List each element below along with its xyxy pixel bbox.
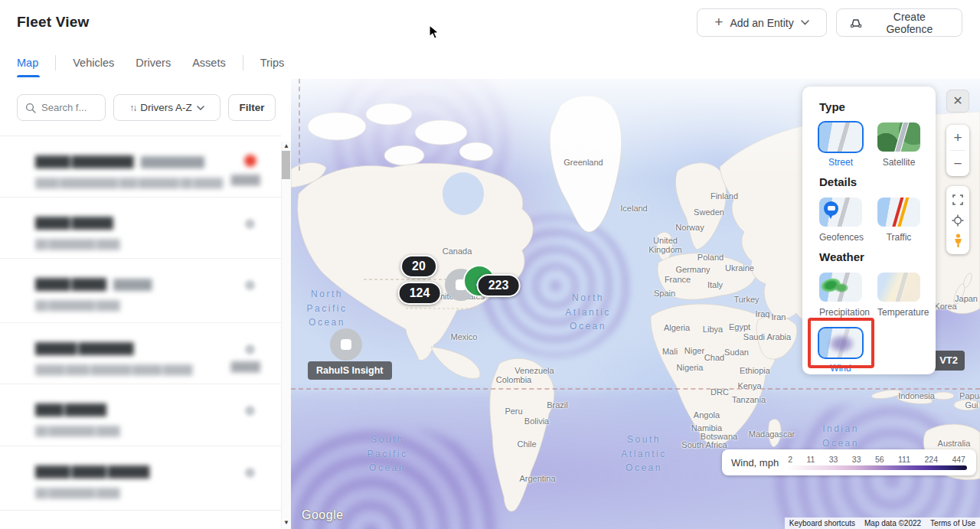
- cluster-marker[interactable]: 124: [398, 282, 442, 305]
- tab-vehicles[interactable]: Vehicles: [62, 54, 125, 72]
- fullscreen-icon: [952, 194, 963, 205]
- legend-tick: 56: [875, 455, 884, 464]
- driver-list: █████ ███████████████████████ ██████████…: [0, 136, 281, 529]
- map-utility-controls: [946, 186, 969, 254]
- satellite-thumbnail: [877, 122, 920, 152]
- marker-label[interactable]: RahulS Insight: [308, 361, 392, 380]
- status-icon: [245, 468, 255, 478]
- filter-button[interactable]: Filter: [228, 94, 276, 121]
- app-header: Fleet View + Add an Entity Create Geofen…: [0, 0, 980, 79]
- legend-tick: 33: [852, 455, 861, 464]
- wind-legend-ticks: 211333356111224447: [786, 455, 967, 464]
- keyboard-shortcuts-link[interactable]: Keyboard shortcuts: [785, 518, 860, 529]
- legend-tick: 447: [952, 455, 965, 464]
- precipitation-label: Precipitation: [819, 307, 862, 318]
- driver-name: █████ ██████: [35, 217, 113, 229]
- wind-legend: Wind, mph 211333356111224447: [722, 449, 976, 475]
- sidebar-controls: ↑↓ Drivers A-Z Filter: [17, 94, 276, 121]
- traffic-thumbnail: [877, 198, 920, 227]
- road-graphic: [891, 122, 910, 152]
- search-icon: [25, 103, 36, 113]
- search-input[interactable]: [41, 102, 95, 113]
- create-geofence-button[interactable]: Create Geofence: [836, 8, 962, 37]
- scrollbar-thumb[interactable]: [282, 151, 290, 179]
- driver-right-meta: █████: [230, 361, 260, 372]
- tab-trips[interactable]: Trips: [250, 54, 296, 72]
- layer-option-precipitation[interactable]: Precipitation: [819, 273, 862, 318]
- chevron-down-icon: [801, 20, 809, 25]
- tab-drivers[interactable]: Drivers: [125, 54, 181, 72]
- geofence-pin-icon: [824, 201, 838, 216]
- layer-option-street[interactable]: Street: [819, 122, 862, 168]
- details-options: Geofences Traffic: [819, 198, 936, 243]
- add-entity-label: Add an Entity: [730, 17, 793, 29]
- close-panel-button[interactable]: ✕: [946, 90, 969, 113]
- geofences-thumbnail: [819, 198, 862, 227]
- zoom-in-button[interactable]: +: [946, 125, 969, 150]
- status-icon: [245, 219, 255, 229]
- street-thumbnail: [819, 122, 862, 152]
- geofences-label: Geofences: [819, 232, 862, 243]
- tab-assets[interactable]: Assets: [181, 54, 237, 72]
- scrollbar-down-arrow[interactable]: ▼: [283, 519, 290, 526]
- details-section-title: Details: [819, 175, 936, 188]
- type-options: Street Satellite: [819, 122, 936, 168]
- temperature-thumbnail: [877, 273, 920, 302]
- tab-map[interactable]: Map: [17, 54, 49, 72]
- layer-option-temperature[interactable]: Temperature: [877, 273, 920, 318]
- driver-list-item[interactable]: █████ ████████ ████████ ████: [0, 198, 281, 259]
- wind-blob: [828, 335, 854, 353]
- sort-dropdown[interactable]: ↑↓ Drivers A-Z: [113, 94, 220, 121]
- scrollbar-track[interactable]: [281, 142, 291, 529]
- fullscreen-button[interactable]: [946, 189, 969, 210]
- type-section-title: Type: [819, 100, 936, 113]
- satellite-label: Satellite: [877, 157, 920, 168]
- map-data-copyright: Map data ©2022: [860, 518, 926, 529]
- wind-thumbnail: [819, 328, 862, 358]
- vehicle-marker[interactable]: [330, 328, 362, 361]
- sort-arrows-icon: ↑↓: [129, 103, 136, 113]
- zoom-controls: + −: [946, 125, 969, 176]
- vehicle-glyph: [828, 206, 835, 211]
- terms-of-use-link[interactable]: Terms of Use: [926, 518, 980, 529]
- wind-legend-scale: 211333356111224447: [786, 455, 967, 470]
- driver-name: █████ █████: [35, 278, 106, 290]
- driver-list-item[interactable]: █████ ███████████████████████ ██████████…: [0, 136, 281, 198]
- layer-option-satellite[interactable]: Satellite: [877, 122, 920, 168]
- vehicle-marker-glyph: [341, 339, 351, 350]
- driver-list-item[interactable]: █████ █████ ████████ ████████ ████: [0, 446, 281, 511]
- cluster-marker[interactable]: 20: [400, 255, 437, 278]
- layer-option-traffic[interactable]: Traffic: [877, 198, 920, 243]
- status-icon: [245, 345, 255, 354]
- chevron-down-icon: [197, 106, 204, 110]
- legend-tick: 2: [788, 455, 792, 464]
- driver-right-meta: █████: [230, 175, 260, 185]
- legend-tick: 224: [924, 455, 938, 464]
- driver-name: █████ █████████: [35, 155, 133, 168]
- tab-divider: [55, 55, 56, 70]
- driver-location: ████ ██████████ ███ ███████ ██ █████: [35, 178, 246, 188]
- driver-name: ████ ██████: [35, 403, 106, 416]
- status-icon: [245, 406, 255, 416]
- locate-button[interactable]: [946, 210, 969, 230]
- add-entity-button[interactable]: + Add an Entity: [697, 8, 827, 37]
- cluster-marker[interactable]: 223: [477, 274, 521, 297]
- weather-section-title: Weather: [819, 250, 936, 263]
- google-logo: Google: [302, 508, 344, 522]
- driver-list-item[interactable]: ██████ █████████████ ████ ███████ █████ …: [0, 323, 281, 384]
- wind-legend-label: Wind, mph: [731, 457, 779, 469]
- driver-list-item[interactable]: █████ █████████████ ████████ ████: [0, 259, 281, 323]
- precipitation-thumbnail: [819, 273, 862, 302]
- legend-tick: 33: [829, 455, 838, 464]
- search-field[interactable]: [17, 94, 106, 121]
- driver-list-item[interactable]: ████ ████████ ████████ ████: [0, 384, 281, 446]
- driver-name: ██████ ████████: [35, 342, 133, 354]
- layer-option-geofences[interactable]: Geofences: [819, 198, 862, 243]
- scrollbar-up-arrow[interactable]: ▲: [283, 142, 290, 149]
- layer-option-wind[interactable]: Wind: [819, 328, 862, 374]
- pegman-button[interactable]: [946, 230, 969, 251]
- road-graphic: [833, 122, 852, 152]
- street-label: Street: [819, 157, 862, 168]
- wind-option-row: Wind: [819, 328, 936, 374]
- zoom-out-button[interactable]: −: [946, 151, 969, 176]
